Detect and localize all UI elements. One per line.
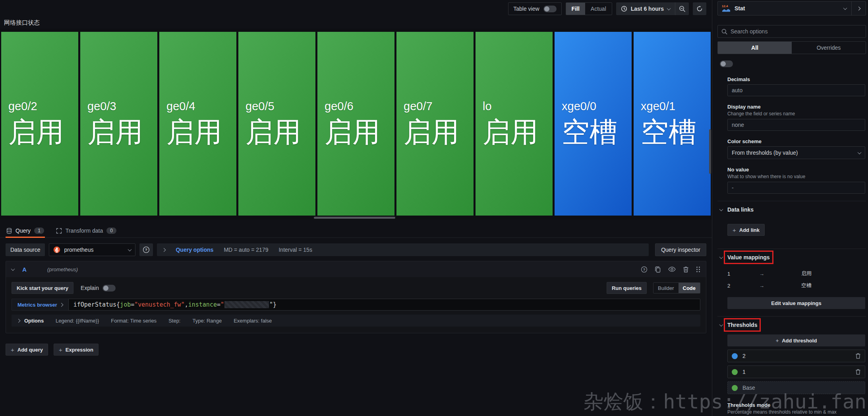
query-card-header[interactable]: A (prometheus) ? — [6, 261, 706, 277]
plus-icon: + — [733, 227, 736, 233]
unlabeled-toggle[interactable] — [720, 60, 733, 67]
transform-icon — [56, 228, 62, 234]
panel-title[interactable]: 网络接口状态 — [0, 17, 712, 29]
display-name-input[interactable] — [727, 119, 865, 131]
threshold-row[interactable]: 2 — [727, 350, 865, 362]
vertical-scrollbar[interactable] — [709, 129, 711, 174]
threshold-row[interactable]: 1 — [727, 365, 865, 378]
options-label: Options — [24, 318, 44, 324]
builder-option[interactable]: Builder — [653, 283, 678, 293]
query-toolbar-row: Kick start your query Explain Run querie… — [12, 282, 700, 294]
options-search[interactable] — [717, 25, 866, 38]
trash-icon[interactable] — [855, 369, 861, 375]
threshold-color-dot[interactable] — [732, 385, 738, 391]
visualization-current[interactable]: 12.4 Stat — [718, 5, 839, 12]
decimals-input[interactable] — [727, 84, 865, 96]
data-links-header[interactable]: Data links — [717, 206, 866, 213]
tile-name: lo — [483, 100, 492, 113]
threshold-color-dot[interactable] — [732, 369, 738, 375]
tile-value: 启用 — [246, 118, 301, 147]
code-option[interactable]: Code — [679, 283, 700, 293]
promql-string: "venustech_fw" — [134, 301, 184, 308]
tab-transform-data[interactable]: Transform data 0 — [55, 225, 117, 237]
stat-tile-ge0-5[interactable]: ge0/5 启用 — [238, 32, 315, 216]
chevron-right-icon — [162, 248, 166, 252]
thresholds-header[interactable]: Thresholds — [717, 322, 866, 328]
query-options-bar[interactable]: Query options MD = auto = 2179 Interval … — [157, 243, 649, 256]
drag-handle-icon[interactable] — [696, 266, 700, 273]
trash-icon[interactable] — [683, 266, 689, 273]
table-view-toggle[interactable] — [543, 6, 557, 12]
kick-start-button[interactable]: Kick start your query — [12, 282, 73, 294]
add-link-button[interactable]: + Add link — [727, 224, 765, 236]
stat-tile-ge0-4[interactable]: ge0/4 启用 — [159, 32, 236, 216]
stat-tile-xge0-1[interactable]: xge0/1 空槽 — [634, 32, 711, 216]
query-options-link[interactable]: Query options — [176, 247, 213, 253]
explain-toggle[interactable] — [102, 285, 116, 292]
chevron-right-icon — [857, 6, 861, 10]
fill-option[interactable]: Fill — [566, 3, 585, 15]
options-filter-tabs: All Overrides — [717, 41, 866, 54]
stat-tile-lo[interactable]: lo 启用 — [476, 32, 553, 216]
tile-value: 空槽 — [641, 118, 696, 147]
tab-query[interactable]: Query 1 — [6, 225, 45, 237]
value-mappings-header[interactable]: Value mappings — [717, 254, 866, 260]
add-query-label: Add query — [17, 347, 43, 353]
search-options-input[interactable] — [731, 28, 862, 35]
time-range-button[interactable]: Last 6 hours — [616, 2, 675, 15]
add-expression-button[interactable]: + Expression — [54, 344, 99, 356]
legend-option: Legend: {{ifName}} — [56, 318, 99, 324]
refresh-icon — [696, 6, 703, 12]
datasource-help-button[interactable]: ? — [139, 243, 153, 256]
stat-tile-xge0-0[interactable]: xge0/0 空槽 — [555, 32, 632, 216]
no-value-input[interactable] — [727, 182, 865, 194]
stat-tile-ge0-7[interactable]: ge0/7 启用 — [396, 32, 474, 216]
query-inspector-button[interactable]: Query inspector — [655, 243, 706, 256]
stat-tile-ge0-6[interactable]: ge0/6 启用 — [317, 32, 394, 216]
horizontal-scrollbar[interactable] — [314, 217, 395, 219]
main-area: Table view Fill Actual Last 6 hours — [0, 0, 712, 416]
zoom-out-button[interactable] — [675, 2, 689, 15]
threshold-color-dot[interactable] — [732, 353, 738, 359]
add-query-button[interactable]: + Add query — [6, 344, 48, 356]
query-options-summary[interactable]: Options Legend: {{ifName}} Format: Time … — [12, 315, 700, 327]
metrics-browser-button[interactable]: Metrics browser — [12, 299, 68, 311]
duplicate-icon[interactable] — [655, 266, 661, 273]
add-link-label: Add link — [739, 227, 760, 233]
stat-viz-icon: 12.4 — [722, 5, 731, 12]
add-threshold-button[interactable]: + Add threshold — [727, 334, 865, 346]
collapse-chevron-icon[interactable] — [11, 267, 15, 271]
tile-value: 启用 — [483, 118, 538, 147]
tile-name: ge0/2 — [8, 100, 37, 113]
tab-overrides[interactable]: Overrides — [792, 42, 866, 54]
refresh-button[interactable] — [693, 2, 706, 15]
explain-label: Explain — [81, 285, 99, 291]
stat-tile-ge0-2[interactable]: ge0/2 启用 — [1, 32, 78, 216]
actual-option[interactable]: Actual — [585, 3, 612, 15]
editor-tabbar: Query 1 Transform data 0 — [0, 225, 712, 238]
datasource-picker[interactable]: prometheus — [49, 243, 135, 256]
edit-value-mappings-button[interactable]: Edit value mappings — [727, 297, 865, 309]
stat-tile-ge0-3[interactable]: ge0/3 启用 — [80, 32, 157, 216]
chevron-down-icon — [839, 7, 851, 10]
stat-tiles: ge0/2 启用 ge0/3 启用 ge0/4 启用 ge0/5 启用 ge0/… — [1, 32, 711, 216]
stat-icon-number: 12.4 — [722, 5, 728, 8]
promql-expression-input[interactable]: ifOperStatus{job="venustech_fw",instance… — [68, 299, 700, 311]
transform-count-badge: 0 — [106, 227, 116, 234]
collapse-options-button[interactable] — [851, 2, 866, 15]
interval-info: Interval = 15s — [278, 247, 312, 253]
query-toolbar-right: Run queries Builder Code — [607, 282, 700, 294]
help-icon[interactable]: ? — [641, 266, 648, 273]
time-range-label: Last 6 hours — [631, 6, 664, 12]
value-mapping-row: 1 → 启用 — [727, 268, 866, 280]
tab-all[interactable]: All — [718, 42, 792, 54]
tile-name: ge0/7 — [404, 100, 433, 113]
visualization-picker[interactable]: 12.4 Stat — [717, 1, 866, 16]
trash-icon[interactable] — [855, 353, 861, 359]
arrow-right-icon: → — [759, 271, 801, 277]
promql-metric: ifOperStatus{ — [73, 301, 120, 308]
color-scheme-select[interactable]: From thresholds (by value) — [727, 146, 865, 159]
run-queries-button[interactable]: Run queries — [607, 282, 647, 294]
eye-icon[interactable] — [668, 266, 676, 272]
time-range-group: Last 6 hours — [616, 2, 689, 15]
